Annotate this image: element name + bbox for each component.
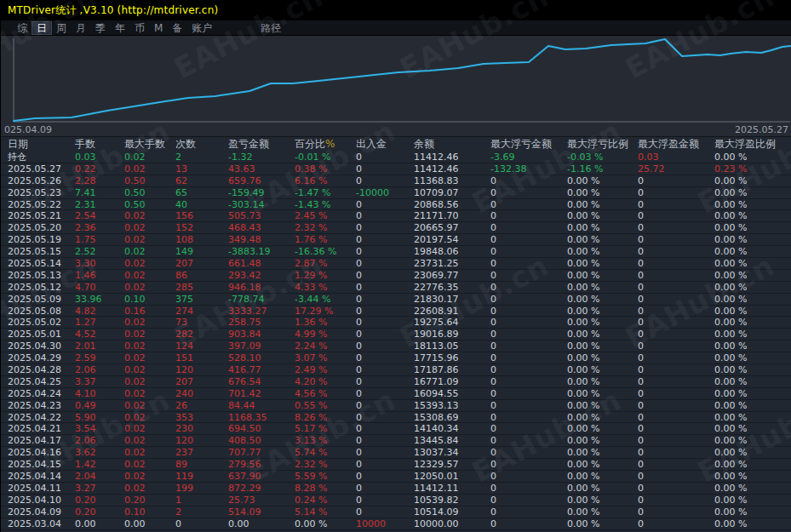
menu-item-账户[interactable]: 账户 — [187, 22, 216, 34]
table-row[interactable]: 2025.04.100.200.20125.730.24 %010539.820… — [1, 495, 791, 506]
value-cell: 0.02 — [124, 364, 175, 375]
table-row[interactable]: 持仓0.030.022-1.32-0.01 %011412.46-3.69-0.… — [1, 152, 791, 163]
table-row[interactable]: 2025.04.225.900.023531168.358.26 %015308… — [1, 412, 791, 424]
value-cell: 0 — [175, 518, 228, 529]
table-row[interactable]: 2025.05.131.460.0286293.421.29 %023069.7… — [1, 270, 791, 282]
menu-item-路径[interactable]: 路径 — [256, 22, 285, 34]
value-cell: 0.00 % — [714, 364, 785, 375]
menu-item-综[interactable]: 综 — [13, 22, 32, 34]
table-row[interactable]: 2025.04.142.040.02119637.905.59 %012050.… — [1, 471, 791, 483]
table-row[interactable]: 2025.04.172.060.02120408.503.13 %013445.… — [1, 435, 791, 447]
table-row[interactable]: 2025.04.163.620.02237707.775.74 %013037.… — [1, 447, 791, 459]
column-header[interactable]: 最大浮亏比例 — [567, 137, 638, 152]
menu-item-M[interactable]: M — [150, 22, 167, 34]
table-row[interactable]: 2025.04.253.370.02207676.544.20 %016771.… — [1, 376, 791, 388]
table-row[interactable]: 2025.04.213.540.02230694.505.17 %014140.… — [1, 423, 791, 435]
mtdriver-stats-window: MTDriver统计 ,V3.10 (http://mtdriver.cn) 综… — [0, 0, 791, 532]
value-cell: 2 — [175, 152, 228, 163]
table-row[interactable]: 2025.05.191.750.02108349.481.76 %020197.… — [1, 234, 791, 246]
table-row[interactable]: 2025.04.292.590.02151528.103.07 %017715.… — [1, 352, 791, 364]
menu-item-日[interactable]: 日 — [32, 22, 51, 34]
date-cell: 2025.04.17 — [8, 435, 75, 446]
column-header[interactable]: 最大浮盈金额 — [638, 137, 714, 152]
column-header[interactable]: 最大浮盈比例 — [714, 137, 785, 152]
value-cell: 10539.82 — [414, 495, 490, 506]
value-cell: 0 — [490, 317, 567, 328]
value-cell: 2.49 % — [295, 364, 356, 375]
value-cell: 0.00 % — [714, 435, 785, 446]
menu-item-年[interactable]: 年 — [111, 22, 129, 34]
date-cell: 2025.04.25 — [8, 376, 75, 387]
menu-item-季[interactable]: 季 — [91, 22, 110, 34]
value-cell: -1.32 — [228, 152, 295, 163]
value-cell: 0.00 % — [567, 495, 638, 506]
table-row[interactable]: 2025.03.040.000.0000.000.00 %1000010000.… — [1, 518, 791, 530]
table-row[interactable]: 2025.04.113.270.02199872.298.28 %011412.… — [1, 483, 791, 495]
table-row[interactable]: 2025.04.282.060.02120416.772.49 %017187.… — [1, 364, 791, 376]
value-cell: 0.00 % — [567, 175, 638, 186]
value-cell: 2.36 — [75, 222, 124, 233]
table-row[interactable]: 2025.05.124.700.02285946.184.33 %022776.… — [1, 282, 791, 294]
column-header[interactable]: 百分比% — [295, 137, 356, 152]
table-row[interactable]: 2025.05.202.360.02152468.432.32 %020665.… — [1, 222, 791, 234]
value-cell: 2.32 % — [295, 459, 356, 470]
column-header[interactable]: 盈亏金额 — [228, 137, 295, 152]
value-cell: 4.82 — [75, 306, 124, 317]
column-header[interactable]: 日期 — [8, 137, 75, 152]
table-row[interactable]: 2025.05.0933.960.10375-778.74-3.44 %0218… — [1, 294, 791, 306]
value-cell: 0 — [356, 447, 414, 458]
menu-bar: 综日周月季年币M备账户路径 — [1, 20, 791, 36]
value-cell: 120 — [175, 364, 228, 375]
table-row[interactable]: 2025.04.302.010.02124397.092.24 %018113.… — [1, 340, 791, 352]
table-row[interactable]: 2025.04.090.200.102514.095.14 %010514.09… — [1, 506, 791, 518]
table-row[interactable]: 2025.05.270.220.021343.630.38 %011412.46… — [1, 163, 791, 175]
column-header[interactable]: 最大手数 — [124, 137, 175, 152]
table-row[interactable]: 2025.05.237.410.5065-159.49-1.47 %-10000… — [1, 187, 791, 199]
value-cell: 0 — [638, 187, 714, 198]
menu-item-备[interactable]: 备 — [168, 22, 186, 34]
value-cell: 0 — [356, 400, 414, 411]
date-cell: 2025.04.23 — [8, 400, 75, 411]
table-row[interactable]: 2025.05.021.270.0273258.751.36 %019275.6… — [1, 317, 791, 329]
value-cell: 0.02 — [124, 340, 175, 352]
value-cell: 0 — [356, 222, 414, 233]
value-cell: 86 — [175, 270, 228, 281]
value-cell: 0.00 % — [567, 258, 638, 269]
value-cell: -159.49 — [228, 187, 295, 198]
column-header[interactable]: 次数 — [175, 137, 228, 152]
menu-item-币[interactable]: 币 — [130, 22, 149, 34]
table-row[interactable]: 2025.04.151.420.0289279.562.32 %012329.5… — [1, 459, 791, 471]
table-row[interactable]: 2025.05.014.520.02282903.844.99 %019016.… — [1, 329, 791, 340]
value-cell: 0.00 % — [567, 317, 638, 328]
date-cell: 2025.05.09 — [8, 294, 75, 305]
column-header[interactable]: 最大浮亏金额 — [490, 137, 567, 152]
table-row[interactable]: 2025.04.244.100.02240701.424.56 %016094.… — [1, 388, 791, 400]
value-cell: 156 — [175, 210, 228, 221]
menu-item-周[interactable]: 周 — [52, 22, 71, 34]
table-row[interactable]: 2025.05.084.820.162743333.2717.29 %02260… — [1, 306, 791, 317]
value-cell: 0 — [638, 471, 714, 482]
value-cell: -3.69 — [490, 152, 567, 163]
table-row[interactable]: 2025.05.262.280.5062659.766.16 %011368.8… — [1, 175, 791, 187]
column-header[interactable]: 手数 — [75, 137, 124, 152]
value-cell: 0.02 — [124, 435, 175, 446]
date-cell: 2025.05.26 — [8, 175, 75, 186]
menu-item-月[interactable]: 月 — [72, 22, 90, 34]
value-cell: 0 — [490, 222, 567, 233]
table-row[interactable]: 2025.05.152.520.02149-3883.19-16.36 %019… — [1, 246, 791, 258]
value-cell: 0 — [638, 199, 714, 210]
value-cell: 0 — [356, 199, 414, 210]
date-cell: 2025.04.21 — [8, 423, 75, 434]
table-row[interactable]: 2025.05.212.540.02156505.732.45 %021171.… — [1, 210, 791, 222]
value-cell: 0 — [638, 282, 714, 293]
table-row[interactable]: 2025.05.143.300.02207661.482.87 %023731.… — [1, 258, 791, 270]
date-cell: 2025.05.08 — [8, 306, 75, 317]
table-row[interactable]: 2025.04.230.490.022684.440.55 %015393.13… — [1, 400, 791, 412]
value-cell: 0.02 — [124, 329, 175, 340]
value-cell: 0.02 — [124, 163, 175, 174]
table-row[interactable]: 2025.05.222.310.5040-303.14-1.43 %020868… — [1, 199, 791, 211]
value-cell: 0 — [638, 306, 714, 317]
column-header[interactable]: 出入金 — [356, 137, 414, 152]
column-header[interactable]: 余额 — [414, 137, 490, 152]
value-cell: 0.00 % — [714, 340, 785, 352]
